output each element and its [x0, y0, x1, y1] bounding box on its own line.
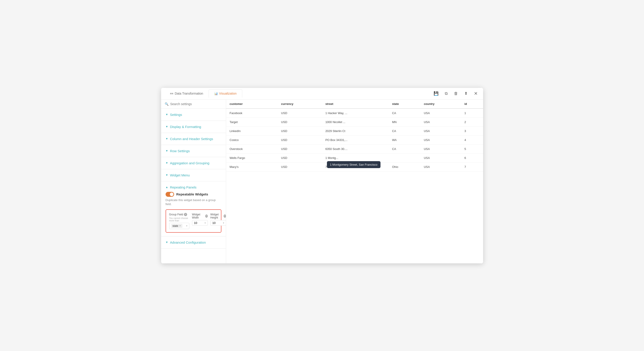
cell-id: 6: [461, 153, 483, 162]
chevron-down-icon: ▼: [166, 162, 168, 164]
table-row: CostcoUSDPO Box 34331,...WAUSA4: [226, 136, 483, 144]
group-field-help-icon[interactable]: ?: [184, 213, 187, 216]
accordion-aggregation-label: Aggregation and Grouping: [170, 161, 209, 165]
cell-id: 5: [461, 144, 483, 153]
group-field-select[interactable]: state ✕ ▾: [169, 223, 189, 229]
cell-state: CA: [388, 108, 420, 118]
cell-currency: USD: [278, 126, 322, 136]
accordion-display: ▼ Display & Formatting: [161, 121, 226, 133]
tab-visualization[interactable]: 📊 Visualization: [208, 89, 242, 98]
cell-state: Ohio: [388, 162, 420, 171]
cell-country: USA: [420, 126, 461, 136]
cell-state: WA: [388, 136, 420, 144]
widget-width-select[interactable]: 10 ▾: [192, 220, 208, 226]
table-row: Macy'sUSD7 West Sevent....OhioUSA7: [226, 162, 483, 171]
cell-customer: Facebook: [226, 108, 278, 118]
widget-height-label: Widget Height ?: [210, 213, 226, 219]
toggle-knob: [170, 192, 174, 196]
repeating-config-box: Group Field ? You cannot choose more tha…: [166, 209, 222, 233]
visualization-icon: 📊: [214, 92, 218, 95]
accordion-repeating-label: Repeating Panels: [170, 185, 196, 189]
data-transformation-icon: ≡≡: [170, 92, 174, 95]
chevron-down-icon: ▼: [166, 137, 168, 140]
config-fields: Group Field ? You cannot choose more tha…: [169, 213, 218, 229]
table-row: FacebookUSD1 Hacker Way, ...CAUSA1: [226, 108, 483, 118]
search-input[interactable]: [170, 102, 222, 106]
cell-customer: Costco: [226, 136, 278, 144]
cell-state: CA: [388, 126, 420, 136]
cell-country: USA: [420, 153, 461, 162]
accordion-column-header[interactable]: ▼ Column and Header Settings: [161, 133, 226, 145]
cell-id: 4: [461, 136, 483, 144]
cell-customer: LinkedIn: [226, 126, 278, 136]
cell-currency: USD: [278, 108, 322, 118]
repeatable-widgets-toggle[interactable]: [166, 192, 174, 197]
table-row: OverstockUSD6350 South 30....CAUSA5: [226, 144, 483, 153]
accordion-aggregation-header[interactable]: ▼ Aggregation and Grouping: [161, 157, 226, 169]
widget-width-help-icon[interactable]: ?: [205, 214, 208, 218]
group-field-config: Group Field ? You cannot choose more tha…: [169, 213, 189, 229]
chevron-down-icon: ▼: [166, 113, 168, 116]
toolbar-actions: 💾 ⧉ 🗑 ⬆ ✕: [432, 90, 480, 97]
left-panel: 🔍 ▼ Settings ▼ Display & Formatting: [161, 100, 226, 263]
repeating-panels-content: Repeatable Widgets Duplicate this widget…: [161, 192, 226, 236]
export-button[interactable]: ⬆: [462, 90, 470, 97]
accordion-settings-header[interactable]: ▼ Settings: [161, 109, 226, 120]
chevron-down-icon: ▼: [166, 241, 168, 244]
group-field-tag: state ✕: [171, 224, 182, 228]
close-button[interactable]: ✕: [472, 90, 480, 97]
cell-street: 1 Hacker Way, ...: [322, 108, 388, 118]
save-button[interactable]: 💾: [432, 90, 440, 97]
accordion-widget-menu-label: Widget Menu: [170, 173, 190, 177]
widget-width-config: Widget Width ? 10 ▾: [192, 213, 208, 226]
cell-currency: USD: [278, 162, 322, 171]
tab-data-transformation[interactable]: ≡≡ Data Transformation: [165, 90, 208, 98]
cell-country: USA: [420, 108, 461, 118]
main-content: 🔍 ▼ Settings ▼ Display & Formatting: [161, 100, 483, 263]
accordion-widget-menu: ▼ Widget Menu: [161, 169, 226, 181]
chevron-down-icon: ▼: [166, 125, 168, 128]
chevron-up-icon: ▲: [166, 186, 168, 189]
cell-currency: USD: [278, 136, 322, 144]
accordion-repeating: ▲ Repeating Panels Repeatable Widgets Du…: [161, 181, 226, 236]
col-header-id: id: [461, 100, 483, 108]
cell-street: 2029 Stierlin Ct: [322, 126, 388, 136]
accordion-advanced: ▼ Advanced Configuration: [161, 236, 226, 248]
accordion-advanced-header[interactable]: ▼ Advanced Configuration: [161, 236, 226, 248]
cell-country: USA: [420, 118, 461, 126]
cell-country: USA: [420, 136, 461, 144]
accordion-column-label: Column and Header Settings: [170, 137, 213, 141]
widget-height-help-icon[interactable]: ?: [224, 214, 226, 218]
accordion-row-header[interactable]: ▼ Row Settings: [161, 145, 226, 157]
cell-id: 3: [461, 126, 483, 136]
tab-visualization-label: Visualization: [219, 92, 237, 95]
accordion-repeating-header[interactable]: ▲ Repeating Panels: [161, 181, 226, 192]
accordion-display-header[interactable]: ▼ Display & Formatting: [161, 121, 226, 133]
widget-height-select[interactable]: 10 ▾: [210, 220, 226, 226]
cell-street: PO Box 34331,...: [322, 136, 388, 144]
delete-button[interactable]: 🗑: [452, 90, 460, 97]
accordion-row-label: Row Settings: [170, 149, 190, 153]
group-field-label: Group Field ?: [169, 213, 189, 216]
cell-state: MN: [388, 118, 420, 126]
cell-customer: Target: [226, 118, 278, 126]
cell-currency: USD: [278, 153, 322, 162]
remove-tag-button[interactable]: ✕: [179, 224, 181, 227]
table-row: LinkedInUSD2029 Stierlin CtCAUSA3: [226, 126, 483, 136]
duplicate-button[interactable]: ⧉: [443, 90, 450, 97]
cell-id: 7: [461, 162, 483, 171]
accordion-widget-menu-header[interactable]: ▼ Widget Menu: [161, 169, 226, 181]
cell-currency: USD: [278, 144, 322, 153]
search-icon: 🔍: [165, 102, 168, 106]
cell-currency: USD: [278, 118, 322, 126]
cell-state: [388, 153, 420, 162]
accordion-aggregation: ▼ Aggregation and Grouping: [161, 157, 226, 169]
cell-id: 2: [461, 118, 483, 126]
col-header-currency: currency: [278, 100, 322, 108]
accordion-row: ▼ Row Settings: [161, 145, 226, 157]
cell-state: CA: [388, 144, 420, 153]
col-header-customer: customer: [226, 100, 278, 108]
toolbar-tabs: ≡≡ Data Transformation 📊 Visualization: [165, 89, 242, 98]
cell-customer: Wells Fargo: [226, 153, 278, 162]
col-header-street: street: [322, 100, 388, 108]
